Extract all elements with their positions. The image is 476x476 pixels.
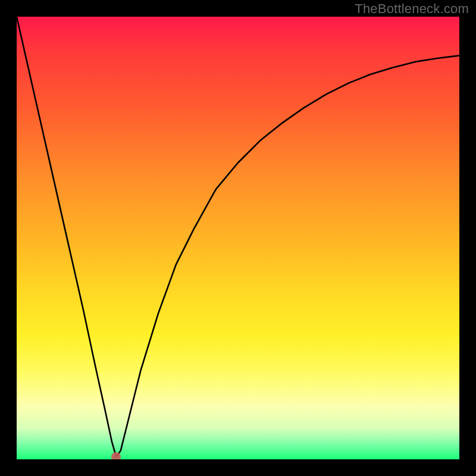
- chart-frame: TheBottleneck.com: [0, 0, 476, 476]
- attribution-label: TheBottleneck.com: [355, 1, 469, 17]
- plot-area: [17, 17, 459, 459]
- bottleneck-curve: [17, 17, 459, 459]
- minimum-marker-icon: [111, 452, 121, 459]
